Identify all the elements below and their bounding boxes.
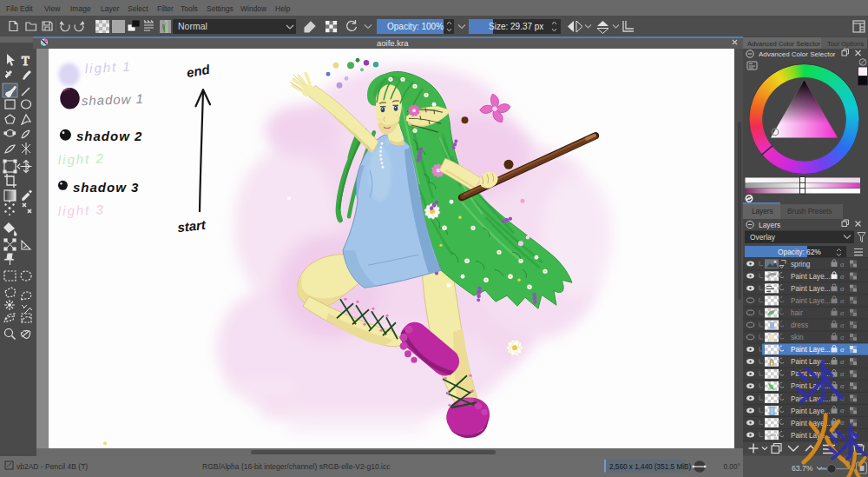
svg-text:light 3: light 3 <box>58 202 106 218</box>
svg-text:start: start <box>177 217 207 235</box>
svg-text:aoife.kra: aoife.kra <box>377 38 409 48</box>
svg-text:light 2: light 2 <box>58 150 106 167</box>
svg-text:shadow 3: shadow 3 <box>73 180 139 195</box>
svg-text:light 1: light 1 <box>84 58 132 76</box>
svg-text:vb2AD - Pencil 4B (T): vb2AD - Pencil 4B (T) <box>16 462 88 471</box>
svg-text:T: T <box>22 55 30 68</box>
svg-text:shadow 1: shadow 1 <box>82 91 145 109</box>
svg-text:Size: 29.37 px: Size: 29.37 px <box>489 22 543 31</box>
svg-text:2,560 x 1,440 (351.5 MiB): 2,560 x 1,440 (351.5 MiB) <box>609 463 691 471</box>
svg-text:RGB/Alpha (16-bit integer/chan: RGB/Alpha (16-bit integer/channel) sRGB-… <box>202 462 391 471</box>
svg-text:Opacity: 100%: Opacity: 100% <box>387 22 444 31</box>
svg-text:shadow 2: shadow 2 <box>76 129 142 143</box>
svg-text:end: end <box>186 62 212 81</box>
svg-text:Normal: Normal <box>178 21 207 31</box>
svg-text:0.00°: 0.00° <box>724 463 740 471</box>
